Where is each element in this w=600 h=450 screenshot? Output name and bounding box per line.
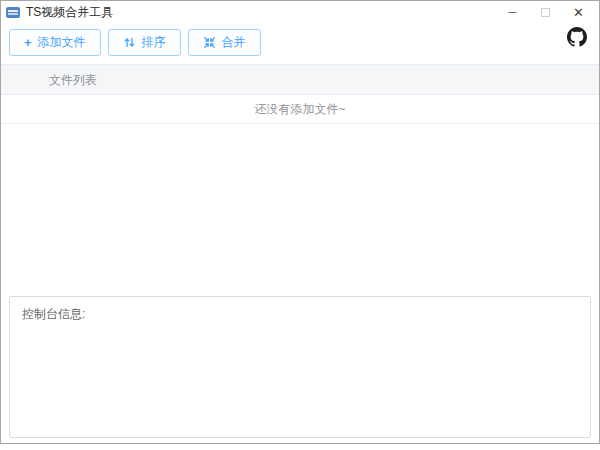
toolbar: + 添加文件 排序 合并 <box>1 24 599 62</box>
file-list-table: 文件列表 还没有添加文件~ <box>1 64 599 124</box>
sort-button[interactable]: 排序 <box>108 29 181 56</box>
console-label: 控制台信息: <box>22 307 85 321</box>
add-file-button[interactable]: + 添加文件 <box>9 29 101 56</box>
sort-icon <box>123 36 136 49</box>
github-icon[interactable] <box>567 27 587 47</box>
sort-label: 排序 <box>142 34 166 51</box>
console-panel: 控制台信息: <box>9 296 591 438</box>
title-bar: TS视频合并工具 ─ ✕ <box>1 1 599 24</box>
plus-icon: + <box>24 36 32 49</box>
window-controls: ─ ✕ <box>496 1 595 24</box>
app-window: TS视频合并工具 ─ ✕ + 添加文件 排序 <box>0 0 600 444</box>
file-list-header: 文件列表 <box>1 64 599 95</box>
maximize-button <box>529 1 562 24</box>
merge-compress-icon <box>203 36 216 49</box>
maximize-icon <box>541 8 550 17</box>
file-list-empty-state: 还没有添加文件~ <box>1 95 599 124</box>
app-icon <box>6 7 20 18</box>
minimize-button[interactable]: ─ <box>496 1 529 24</box>
window-title: TS视频合并工具 <box>26 4 113 21</box>
close-button[interactable]: ✕ <box>562 1 595 24</box>
merge-label: 合并 <box>222 34 246 51</box>
add-file-label: 添加文件 <box>38 34 86 51</box>
merge-button[interactable]: 合并 <box>188 29 261 56</box>
